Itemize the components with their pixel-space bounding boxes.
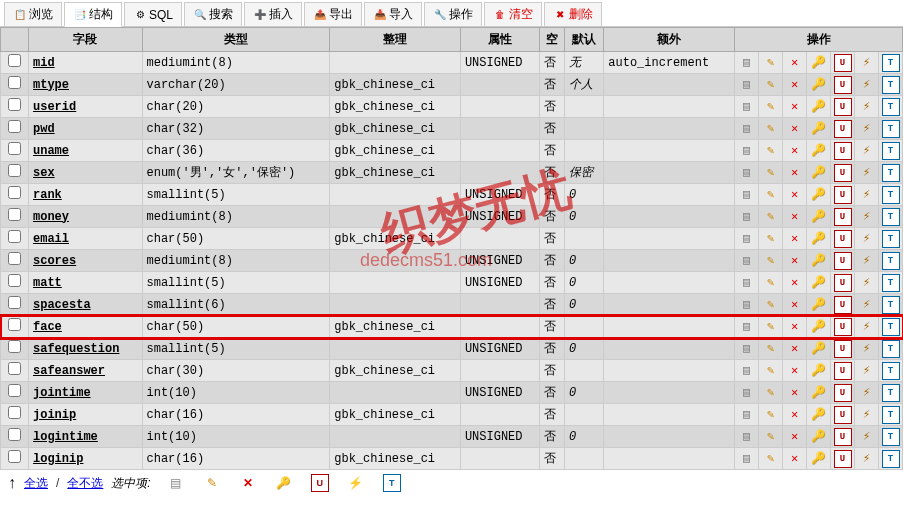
field-name[interactable]: money — [33, 210, 69, 224]
fulltext-icon[interactable]: T — [882, 120, 900, 138]
unique-icon[interactable]: U — [834, 186, 852, 204]
fulltext-icon[interactable]: T — [882, 98, 900, 116]
drop-icon[interactable]: ✕ — [786, 296, 804, 314]
browse-icon[interactable]: ▤ — [738, 340, 756, 358]
primary-key-icon[interactable]: 🔑 — [810, 362, 828, 380]
drop-icon[interactable]: ✕ — [786, 318, 804, 336]
fulltext-icon[interactable]: T — [882, 428, 900, 446]
row-checkbox[interactable] — [8, 230, 21, 243]
index-icon[interactable]: ⚡ — [858, 450, 876, 468]
drop-icon[interactable]: ✕ — [786, 186, 804, 204]
fulltext-icon[interactable]: T — [882, 230, 900, 248]
edit-icon[interactable]: ✎ — [762, 120, 780, 138]
primary-key-icon[interactable]: 🔑 — [810, 76, 828, 94]
browse-icon[interactable]: ▤ — [167, 474, 185, 492]
drop-icon[interactable]: ✕ — [786, 208, 804, 226]
fulltext-icon[interactable]: T — [882, 186, 900, 204]
primary-key-icon[interactable]: 🔑 — [810, 450, 828, 468]
drop-icon[interactable]: ✕ — [786, 76, 804, 94]
tab-8[interactable]: 🗑清空 — [484, 2, 542, 26]
index-icon[interactable]: ⚡ — [858, 164, 876, 182]
unique-icon[interactable]: U — [834, 252, 852, 270]
fulltext-icon[interactable]: T — [882, 252, 900, 270]
field-name[interactable]: loginip — [33, 452, 83, 466]
browse-icon[interactable]: ▤ — [738, 296, 756, 314]
browse-icon[interactable]: ▤ — [738, 120, 756, 138]
row-checkbox[interactable] — [8, 142, 21, 155]
browse-icon[interactable]: ▤ — [738, 98, 756, 116]
primary-key-icon[interactable]: 🔑 — [810, 186, 828, 204]
index-icon[interactable]: ⚡ — [858, 186, 876, 204]
edit-icon[interactable]: ✎ — [762, 76, 780, 94]
fulltext-icon[interactable]: T — [882, 54, 900, 72]
primary-key-icon[interactable]: 🔑 — [810, 230, 828, 248]
field-name[interactable]: rank — [33, 188, 62, 202]
drop-icon[interactable]: ✕ — [786, 406, 804, 424]
edit-icon[interactable]: ✎ — [762, 340, 780, 358]
index-icon[interactable]: ⚡ — [858, 318, 876, 336]
fulltext-icon[interactable]: T — [882, 384, 900, 402]
edit-icon[interactable]: ✎ — [762, 252, 780, 270]
tab-7[interactable]: 🔧操作 — [424, 2, 482, 26]
row-checkbox[interactable] — [8, 428, 21, 441]
fulltext-icon[interactable]: T — [882, 296, 900, 314]
field-name[interactable]: jointime — [33, 386, 91, 400]
field-name[interactable]: matt — [33, 276, 62, 290]
index-icon[interactable]: ⚡ — [858, 98, 876, 116]
field-name[interactable]: uname — [33, 144, 69, 158]
drop-icon[interactable]: ✕ — [786, 450, 804, 468]
field-name[interactable]: sex — [33, 166, 55, 180]
browse-icon[interactable]: ▤ — [738, 274, 756, 292]
select-all-link[interactable]: 全选 — [24, 475, 48, 492]
edit-icon[interactable]: ✎ — [762, 450, 780, 468]
field-name[interactable]: email — [33, 232, 69, 246]
fulltext-icon[interactable]: T — [882, 142, 900, 160]
unique-icon[interactable]: U — [834, 230, 852, 248]
row-checkbox[interactable] — [8, 340, 21, 353]
primary-key-icon[interactable]: 🔑 — [810, 120, 828, 138]
index-icon[interactable]: ⚡ — [858, 340, 876, 358]
unique-icon[interactable]: U — [834, 142, 852, 160]
drop-icon[interactable]: ✕ — [786, 252, 804, 270]
browse-icon[interactable]: ▤ — [738, 318, 756, 336]
index-icon[interactable]: ⚡ — [858, 142, 876, 160]
primary-key-icon[interactable]: 🔑 — [810, 274, 828, 292]
row-checkbox[interactable] — [8, 120, 21, 133]
row-checkbox[interactable] — [8, 384, 21, 397]
drop-icon[interactable]: ✕ — [786, 98, 804, 116]
drop-icon[interactable]: ✕ — [786, 120, 804, 138]
unique-icon[interactable]: U — [834, 450, 852, 468]
row-checkbox[interactable] — [8, 318, 21, 331]
tab-9[interactable]: ✖删除 — [544, 2, 602, 26]
tab-3[interactable]: 🔍搜索 — [184, 2, 242, 26]
drop-icon[interactable]: ✕ — [786, 384, 804, 402]
index-icon[interactable]: ⚡ — [858, 120, 876, 138]
edit-icon[interactable]: ✎ — [203, 474, 221, 492]
primary-key-icon[interactable]: 🔑 — [810, 208, 828, 226]
drop-icon[interactable]: ✕ — [786, 54, 804, 72]
tab-0[interactable]: 📋浏览 — [4, 2, 62, 26]
field-name[interactable]: joinip — [33, 408, 76, 422]
field-name[interactable]: safequestion — [33, 342, 119, 356]
drop-icon[interactable]: ✕ — [786, 362, 804, 380]
row-checkbox[interactable] — [8, 450, 21, 463]
edit-icon[interactable]: ✎ — [762, 296, 780, 314]
drop-icon[interactable]: ✕ — [786, 274, 804, 292]
fulltext-icon[interactable]: T — [882, 406, 900, 424]
index-icon[interactable]: ⚡ — [858, 208, 876, 226]
primary-key-icon[interactable]: 🔑 — [810, 296, 828, 314]
browse-icon[interactable]: ▤ — [738, 428, 756, 446]
unique-icon[interactable]: U — [834, 318, 852, 336]
primary-key-icon[interactable]: 🔑 — [810, 98, 828, 116]
index-icon[interactable]: ⚡ — [858, 54, 876, 72]
field-name[interactable]: spacesta — [33, 298, 91, 312]
field-name[interactable]: scores — [33, 254, 76, 268]
edit-icon[interactable]: ✎ — [762, 98, 780, 116]
primary-key-icon[interactable]: 🔑 — [810, 54, 828, 72]
unique-icon[interactable]: U — [834, 208, 852, 226]
unique-icon[interactable]: U — [311, 474, 329, 492]
row-checkbox[interactable] — [8, 208, 21, 221]
field-name[interactable]: mtype — [33, 78, 69, 92]
index-icon[interactable]: ⚡ — [858, 362, 876, 380]
row-checkbox[interactable] — [8, 362, 21, 375]
